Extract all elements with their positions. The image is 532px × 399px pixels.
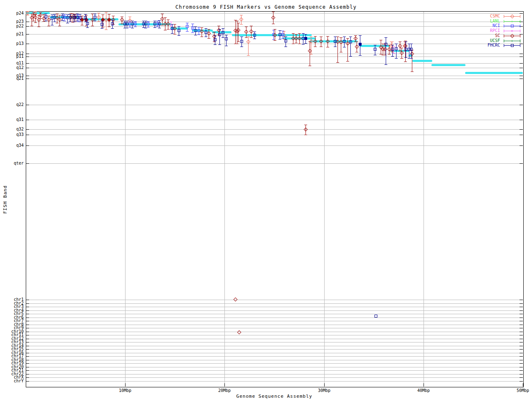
error-bar-cap (334, 47, 337, 47)
error-bar-cap (384, 37, 387, 38)
fhcrc-marker (194, 29, 197, 32)
error-bar-cap (44, 21, 47, 21)
error-bar-cap (108, 14, 111, 15)
error-bar-cap (308, 66, 311, 66)
error-bar-cap (186, 23, 189, 23)
error-bar-cap (177, 26, 180, 27)
error-bar-cap (304, 135, 307, 135)
error-bar (226, 35, 227, 46)
y-tick-label: q12 (0, 66, 24, 70)
error-bar-cap (250, 26, 253, 26)
error-bar-cap (131, 28, 134, 28)
fhcrc-marker (284, 39, 287, 42)
fhcrc-marker (240, 40, 243, 43)
error-bar-cap (343, 47, 346, 47)
error-bar-cap (128, 17, 131, 17)
x-tick-label: 30Mbp (312, 389, 337, 393)
error-bar-cap (81, 25, 84, 25)
error-bar-cap (273, 40, 276, 41)
error-bar-cap (400, 58, 403, 59)
fhcrc-marker (84, 16, 87, 19)
error-bar-cap (158, 20, 161, 21)
error-bar-cap (240, 15, 243, 15)
fhcrc-marker (304, 37, 307, 40)
legend-ucsf-marker: + (510, 39, 514, 43)
error-bar-cap (73, 22, 76, 22)
error-bar-cap (47, 16, 50, 16)
y-tick-label: chrY (0, 379, 24, 383)
error-bar (386, 37, 386, 64)
fhcrc-marker (214, 38, 217, 41)
error-bar-cap (134, 27, 137, 27)
error-bar-cap (314, 47, 317, 47)
error-bar-cap (340, 52, 342, 52)
legend-sample-cap (504, 30, 504, 32)
fhcrc-marker (404, 48, 407, 51)
fhcrc-marker (218, 33, 221, 36)
error-bar-cap (164, 30, 167, 30)
legend-sample-cap (520, 15, 520, 18)
error-bar-cap (51, 25, 54, 25)
error-bar-cap (236, 21, 239, 21)
error-bar-cap (225, 35, 228, 35)
error-bar-cap (346, 61, 349, 62)
error-bar-cap (284, 37, 287, 37)
fhcrc-marker (359, 43, 362, 46)
y-tick-label: q34 (0, 143, 24, 148)
error-bar-cap (388, 54, 391, 54)
legend-sample-cap (504, 39, 504, 42)
fish-marker-chart: 10Mbp20Mbp30Mbp40Mbp50Mbpp24p23p22p21p13… (0, 0, 532, 399)
error-bar-cap (61, 14, 64, 14)
legend-sample-cap (520, 20, 520, 23)
legend-sample-cap (504, 44, 504, 47)
legend-sample-cap (504, 25, 504, 27)
error-bar-cap (156, 27, 159, 27)
y-tick-label: q11 (0, 61, 24, 65)
error-bar-cap (147, 21, 150, 22)
fhcrc-marker (343, 40, 346, 43)
error-bar-cap (355, 52, 358, 52)
error-bar-cap (395, 58, 398, 59)
error-bar-cap (76, 14, 79, 14)
error-bar-cap (273, 29, 276, 30)
error-bar-cap (194, 27, 197, 27)
error-bar-cap (53, 22, 56, 22)
error-bar-cap (204, 37, 207, 37)
error-bar-cap (326, 47, 329, 47)
error-bar-cap (245, 27, 248, 27)
error-bar-cap (63, 21, 66, 21)
error-bar-cap (253, 32, 256, 32)
error-bar-cap (121, 24, 123, 24)
error-bar-cap (310, 54, 313, 54)
error-bar-cap (310, 37, 313, 37)
fhcrc-marker (384, 43, 387, 46)
error-bar-cap (247, 55, 250, 56)
nci-marker (147, 22, 150, 25)
error-bar-cap (170, 22, 172, 22)
error-bar-cap (295, 34, 298, 34)
error-bar-cap (34, 14, 37, 15)
y-tick-label: p21 (0, 32, 24, 36)
error-bar-cap (400, 48, 403, 48)
error-bar-cap (101, 15, 104, 15)
fhcrc-marker (158, 22, 161, 25)
y-axis-label: FISH Band (2, 185, 8, 214)
error-bar-cap (411, 71, 414, 72)
error-bar-cap (346, 38, 349, 39)
nci-marker (186, 25, 189, 28)
error-bar-cap (281, 38, 284, 39)
error-bar-cap (354, 35, 357, 36)
error-bar-cap (320, 47, 323, 47)
error-bar-cap (167, 29, 170, 30)
error-bar-cap (349, 37, 352, 37)
error-bar-cap (222, 37, 224, 38)
y-tick-label: q21 (0, 76, 24, 81)
error-bar-cap (56, 23, 59, 23)
error-bar-cap (66, 23, 69, 23)
error-bar-cap (281, 31, 284, 31)
error-bar-cap (69, 14, 71, 15)
error-bar-cap (108, 27, 111, 27)
error-bar-cap (404, 41, 407, 41)
error-bar-cap (197, 27, 200, 27)
error-bar-cap (156, 21, 159, 21)
